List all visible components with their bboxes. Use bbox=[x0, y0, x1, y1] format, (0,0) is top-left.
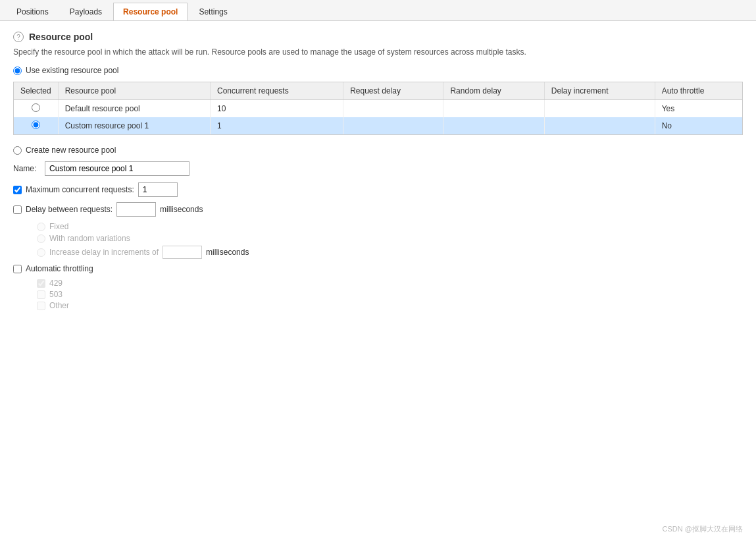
code-other-row: Other bbox=[37, 301, 743, 310]
throttle-codes: 429 503 Other bbox=[37, 279, 743, 310]
row0-request-delay bbox=[343, 100, 443, 118]
resource-pool-table-container: Selected Resource pool Concurrent reques… bbox=[13, 82, 743, 135]
auto-throttle-row: Automatic throttling bbox=[13, 264, 743, 273]
increment-radio[interactable] bbox=[37, 248, 45, 257]
col-delay-increment: Delay increment bbox=[544, 82, 655, 100]
table-header-row: Selected Resource pool Concurrent reques… bbox=[14, 82, 742, 100]
code-503-label: 503 bbox=[49, 290, 63, 299]
use-existing-option[interactable]: Use existing resource pool bbox=[13, 66, 743, 75]
auto-throttle-section: Automatic throttling 429 503 Other bbox=[13, 264, 743, 310]
row1-selected[interactable] bbox=[14, 117, 58, 134]
name-row: Name: bbox=[13, 161, 743, 176]
col-random-delay: Random delay bbox=[443, 82, 544, 100]
auto-throttle-label: Automatic throttling bbox=[26, 264, 93, 273]
delay-input[interactable] bbox=[116, 202, 156, 217]
create-pool-form: Name: Maximum concurrent requests: Delay… bbox=[13, 161, 743, 310]
row1-concurrent: 1 bbox=[210, 117, 343, 134]
delay-checkbox[interactable] bbox=[13, 205, 22, 214]
code-503-row: 503 bbox=[37, 290, 743, 299]
delay-sub-options: Fixed With random variations Increase de… bbox=[37, 222, 743, 259]
increment-option[interactable]: Increase delay in increments of millisec… bbox=[37, 246, 743, 259]
random-radio[interactable] bbox=[37, 234, 45, 243]
table-row[interactable]: Default resource pool 10 Yes bbox=[14, 100, 742, 118]
auto-throttle-checkbox[interactable] bbox=[13, 265, 22, 273]
row1-delay-increment bbox=[544, 117, 655, 134]
max-concurrent-label: Maximum concurrent requests: bbox=[26, 185, 134, 194]
code-other-label: Other bbox=[49, 301, 69, 310]
use-existing-label: Use existing resource pool bbox=[26, 66, 118, 75]
table-row[interactable]: Custom resource pool 1 1 No bbox=[14, 117, 742, 134]
row0-name: Default resource pool bbox=[58, 100, 210, 118]
increment-label: Increase delay in increments of bbox=[49, 248, 159, 257]
main-content: ? Resource pool Specify the resource poo… bbox=[0, 21, 756, 323]
tab-positions[interactable]: Positions bbox=[7, 3, 59, 20]
col-resource-pool: Resource pool bbox=[58, 82, 210, 100]
max-concurrent-row: Maximum concurrent requests: bbox=[13, 182, 743, 197]
section-description: Specify the resource pool in which the a… bbox=[13, 47, 743, 57]
row1-name: Custom resource pool 1 bbox=[58, 117, 210, 134]
create-new-label: Create new resource pool bbox=[26, 146, 116, 155]
tab-settings[interactable]: Settings bbox=[189, 3, 237, 20]
use-existing-radio[interactable] bbox=[13, 67, 22, 75]
tab-payloads[interactable]: Payloads bbox=[60, 3, 112, 20]
row0-radio[interactable] bbox=[32, 103, 40, 112]
random-label: With random variations bbox=[49, 234, 130, 243]
section-header: ? Resource pool bbox=[13, 32, 743, 42]
delay-label: Delay between requests: bbox=[26, 205, 113, 214]
delay-ms-label: milliseconds bbox=[160, 205, 203, 214]
increment-ms-label: milliseconds bbox=[206, 248, 249, 257]
col-auto-throttle: Auto throttle bbox=[655, 82, 742, 100]
row1-radio[interactable] bbox=[32, 121, 40, 129]
create-new-option[interactable]: Create new resource pool bbox=[13, 146, 743, 155]
col-selected: Selected bbox=[14, 82, 58, 100]
code-503-checkbox[interactable] bbox=[37, 290, 45, 299]
row0-selected[interactable] bbox=[14, 100, 58, 118]
row0-auto-throttle: Yes bbox=[655, 100, 742, 118]
delay-row: Delay between requests: milliseconds bbox=[13, 202, 743, 217]
resource-pool-table: Selected Resource pool Concurrent reques… bbox=[14, 82, 742, 134]
fixed-radio[interactable] bbox=[37, 223, 45, 231]
code-429-row: 429 bbox=[37, 279, 743, 288]
code-429-label: 429 bbox=[49, 279, 63, 288]
random-option[interactable]: With random variations bbox=[37, 234, 743, 243]
row0-random-delay bbox=[443, 100, 544, 118]
col-request-delay: Request delay bbox=[343, 82, 443, 100]
name-label: Name: bbox=[13, 164, 39, 173]
help-icon[interactable]: ? bbox=[13, 32, 24, 42]
code-429-checkbox[interactable] bbox=[37, 279, 45, 288]
fixed-option[interactable]: Fixed bbox=[37, 222, 743, 231]
section-title: Resource pool bbox=[29, 32, 93, 42]
row1-request-delay bbox=[343, 117, 443, 134]
col-concurrent: Concurrent requests bbox=[210, 82, 343, 100]
row1-random-delay bbox=[443, 117, 544, 134]
tab-bar: Positions Payloads Resource pool Setting… bbox=[0, 0, 756, 21]
max-concurrent-checkbox[interactable] bbox=[13, 186, 22, 194]
max-concurrent-input[interactable] bbox=[138, 182, 178, 197]
create-new-radio[interactable] bbox=[13, 146, 22, 155]
name-input[interactable] bbox=[45, 161, 189, 176]
fixed-label: Fixed bbox=[49, 222, 68, 231]
increment-input[interactable] bbox=[163, 246, 202, 259]
code-other-checkbox[interactable] bbox=[37, 302, 45, 310]
row0-concurrent: 10 bbox=[210, 100, 343, 118]
tab-resource-pool[interactable]: Resource pool bbox=[113, 3, 188, 20]
row1-auto-throttle: No bbox=[655, 117, 742, 134]
row0-delay-increment bbox=[544, 100, 655, 118]
